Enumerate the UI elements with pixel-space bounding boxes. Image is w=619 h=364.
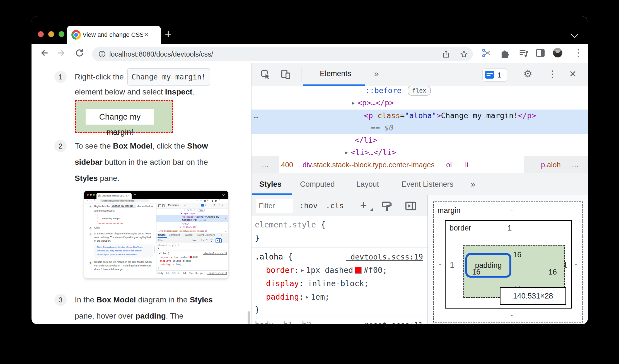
step-number: 3 xyxy=(54,294,67,306)
box-model-margin[interactable]: margin - - - - border 1 1 1 1 16 16 16 1… xyxy=(433,202,583,322)
avatar[interactable] xyxy=(553,48,562,57)
issues-badge[interactable]: 1 xyxy=(482,68,507,82)
side-panel-icon[interactable] xyxy=(535,48,546,58)
new-tab-button[interactable]: + xyxy=(165,25,172,43)
bookmark-star-icon[interactable] xyxy=(460,50,468,59)
address-bar[interactable]: localhost:8080/docs/devtools/css/ xyxy=(92,47,473,61)
padding-right-value[interactable]: 16 xyxy=(546,268,560,276)
tab-event-listeners[interactable]: Event Listeners xyxy=(402,173,453,195)
devtools-close-icon[interactable]: × xyxy=(569,68,576,80)
filter-input[interactable] xyxy=(256,199,293,213)
hov-toggle[interactable]: :hov xyxy=(299,195,318,216)
breadcrumb-item[interactable]: 400 xyxy=(281,156,293,173)
mini-toolbar: ← → ↻ localhost:8080/docs/devtools/css/ … xyxy=(84,199,228,203)
box-model-content[interactable]: 140.531×28 xyxy=(500,287,566,305)
dom-node-p-collapsed[interactable]: ▶<p>…</p> xyxy=(352,97,394,109)
inspect-element-icon[interactable] xyxy=(260,69,271,80)
tab-elements[interactable]: Elements xyxy=(320,63,348,84)
body-rule-selector[interactable]: body, h1, h2 xyxy=(255,319,311,324)
breadcrumb-item-ol[interactable]: ol xyxy=(446,156,452,173)
element-style-rule[interactable]: element.style { xyxy=(255,219,325,231)
breadcrumb-item-div[interactable]: div.stack.stack--block.type.center-image… xyxy=(303,156,434,173)
cls-toggle[interactable]: .cls xyxy=(326,195,344,216)
selected-dom-row[interactable]: … <p class="aloha">Change my margin!</p>… xyxy=(252,110,588,134)
new-style-rule-button[interactable]: + xyxy=(360,195,367,216)
url-text: localhost:8080/docs/devtools/css/ xyxy=(109,47,213,61)
styles-rules-list: element.style { } .aloha { _devtools.scs… xyxy=(252,216,427,324)
border-top-value[interactable]: 1 xyxy=(501,224,518,232)
source-link-reset-scss[interactable]: _reset.scss:11 xyxy=(359,319,423,324)
demo-element[interactable]: Change my margin! xyxy=(75,100,173,133)
tutorial-screenshot-image: View and change CSS - Chrom × + ← → ↻ lo… xyxy=(84,191,228,279)
devtools-menu-icon[interactable]: ⋮ xyxy=(548,68,557,80)
breadcrumb-overflow-right[interactable]: … xyxy=(572,156,579,173)
source-link-devtools-scss[interactable]: _devtools.scss:19 xyxy=(346,251,423,263)
demo-element-text: Change my margin! xyxy=(86,109,154,125)
forward-button[interactable] xyxy=(56,48,67,58)
scissors-extension-icon[interactable] xyxy=(481,48,492,58)
margin-top-value[interactable]: - xyxy=(503,206,520,215)
dom-tree: ::before flex ▶<p>…</p> … <p class="aloh… xyxy=(252,86,588,156)
info-icon[interactable] xyxy=(98,50,106,58)
zoom-window-button[interactable] xyxy=(59,31,64,37)
step2-line3: Styles pane. xyxy=(75,171,119,186)
dollar-zero-hint: == $0 xyxy=(371,122,393,134)
divider xyxy=(252,317,427,317)
aloha-rule-selector[interactable]: .aloha { xyxy=(255,251,292,263)
dom-node-li-close[interactable]: </li> xyxy=(355,134,377,146)
color-swatch[interactable] xyxy=(355,267,362,274)
doc-scrollbar[interactable] xyxy=(248,311,250,324)
overflow-dots[interactable]: … xyxy=(254,110,258,122)
margin-left-value[interactable]: - xyxy=(436,259,444,268)
border-left-value[interactable]: 1 xyxy=(448,261,456,270)
tab-layout[interactable]: Layout xyxy=(356,173,379,195)
browser-window: View and change CSS - Chrom × + localhos… xyxy=(32,16,588,324)
css-property-border[interactable]: border:▶1px dashed#f00; xyxy=(266,264,387,276)
flex-badge[interactable]: flex xyxy=(408,86,431,96)
css-property-padding[interactable]: padding:▶1em; xyxy=(266,291,330,303)
device-toolbar-icon[interactable] xyxy=(280,69,291,80)
padding-top-value[interactable]: 16 xyxy=(510,251,524,259)
step3-line1: In the Box Model diagram in the Styles xyxy=(75,293,213,307)
issues-bubble-icon xyxy=(485,71,494,79)
new-rule-dropdown-icon[interactable] xyxy=(370,208,373,211)
back-button[interactable] xyxy=(39,48,49,58)
share-icon[interactable] xyxy=(442,50,450,58)
step-number: 1 xyxy=(54,71,67,83)
settings-gear-icon[interactable]: ⚙ xyxy=(523,68,532,80)
browser-tab[interactable]: View and change CSS - Chrom × xyxy=(67,26,161,44)
tab-close-icon[interactable]: × xyxy=(144,30,149,40)
tab-computed[interactable]: Computed xyxy=(300,173,335,195)
dom-node-li-collapsed[interactable]: ▶<li>…</li> xyxy=(345,146,396,156)
divider xyxy=(252,247,427,248)
reload-button[interactable] xyxy=(74,48,85,58)
box-model-border[interactable]: border 1 1 1 1 16 16 16 16 140.531×28 xyxy=(445,220,572,309)
dom-node-before[interactable]: ::before flex xyxy=(365,86,431,97)
more-tabs-icon[interactable]: » xyxy=(374,63,379,84)
extensions-puzzle-icon[interactable] xyxy=(499,48,510,58)
close-window-button[interactable] xyxy=(38,31,44,37)
breadcrumb-selected-region[interactable]: p.aloh … xyxy=(524,156,588,173)
more-panes-icon[interactable]: » xyxy=(471,173,475,195)
margin-bottom-value[interactable]: - xyxy=(503,311,520,320)
tab-title: View and change CSS - Chrom xyxy=(83,26,143,44)
breadcrumb-item-li[interactable]: li xyxy=(465,156,468,173)
mini-tab-strip: View and change CSS - Chrom × + xyxy=(84,191,228,199)
breadcrumb-item-p-aloha[interactable]: p.aloh xyxy=(541,156,561,173)
margin-right-value[interactable]: - xyxy=(572,259,580,268)
rendering-emulation-icon[interactable] xyxy=(380,200,393,212)
breadcrumb-overflow-left[interactable]: … xyxy=(252,156,279,173)
minimize-window-button[interactable] xyxy=(48,31,54,37)
show-sidebar-icon[interactable] xyxy=(404,200,417,212)
divider xyxy=(301,67,301,82)
tab-styles[interactable]: Styles xyxy=(259,173,282,195)
browser-menu-icon[interactable]: ⋮ xyxy=(574,47,583,59)
playlist-extension-icon[interactable] xyxy=(518,48,529,58)
inline-code-chip: Change my margin! xyxy=(127,68,210,86)
selected-node-markup[interactable]: <p class="aloha">Change my margin!</p> xyxy=(364,110,536,122)
css-property-display[interactable]: display:inline-block; xyxy=(266,278,369,290)
breadcrumb: … 400 div.stack.stack--block.type.center… xyxy=(252,156,588,174)
chevron-down-icon[interactable] xyxy=(571,31,578,38)
step1-line1: Right-click theChange my margin! xyxy=(75,70,210,84)
padding-hover-highlight: padding xyxy=(465,253,511,278)
